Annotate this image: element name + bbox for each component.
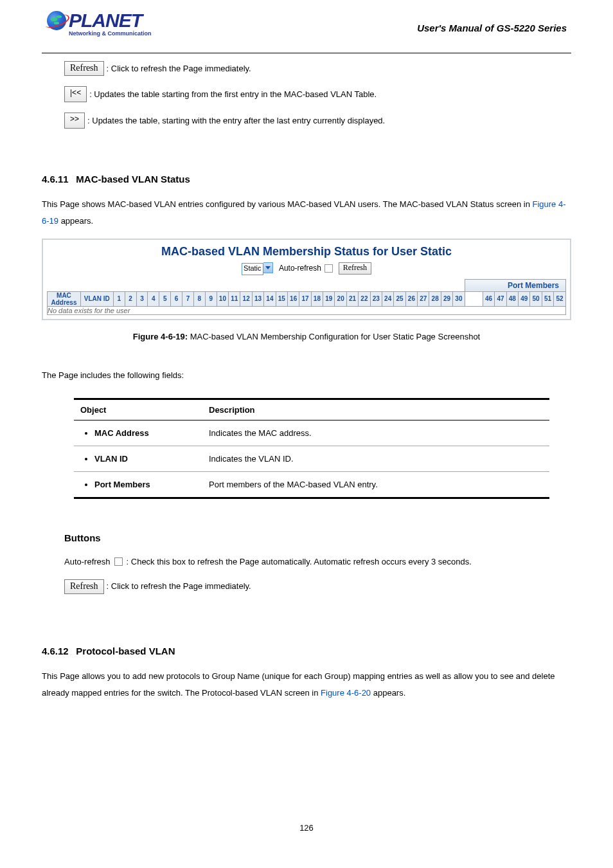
table-row: Port MembersPort members of the MAC-base…: [74, 471, 549, 498]
port-col-16: 16: [287, 291, 299, 306]
port-col-21: 21: [346, 291, 358, 306]
refresh-desc: : Click to refresh the Page immediately.: [107, 62, 251, 76]
brand-tagline: Networking & Communication: [69, 30, 175, 37]
brand-logo: PLANET Networking & Communication: [47, 10, 175, 37]
port-col-48: 48: [506, 291, 518, 306]
port-col-24: 24: [382, 291, 393, 306]
field-name: VLAN ID: [94, 454, 196, 464]
first-page-button-icon: |<<: [64, 86, 87, 102]
port-col-17: 17: [299, 291, 311, 306]
first-page-desc: : Updates the table starting from the fi…: [89, 87, 377, 102]
port-col-14: 14: [264, 291, 276, 306]
port-col-28: 28: [429, 291, 441, 306]
port-col-2: 2: [125, 291, 136, 306]
port-col-11: 11: [229, 291, 240, 306]
figure-caption-num: Figure 4-6-19:: [133, 332, 188, 341]
port-col-30: 30: [453, 291, 465, 306]
section2-intro-b: appears.: [371, 688, 405, 698]
port-col-10: 10: [217, 291, 228, 306]
port-col-50: 50: [530, 291, 542, 306]
port-col-49: 49: [519, 291, 530, 306]
auto-refresh-checkbox-icon: [114, 557, 123, 566]
brand-name: PLANET: [69, 10, 142, 32]
header-divider: [42, 53, 571, 53]
port-col-5: 5: [159, 291, 171, 306]
port-col-6: 6: [171, 291, 182, 306]
figure-caption-text: MAC-based VLAN Membership Configuration …: [188, 332, 480, 341]
section1-intro-a: This Page shows MAC-based VLAN entries c…: [42, 199, 533, 209]
port-col-12: 12: [240, 291, 252, 306]
port-col-9: 9: [205, 291, 217, 306]
port-gap: [465, 291, 483, 306]
port-col-23: 23: [370, 291, 382, 306]
fields-head-object: Object: [74, 399, 202, 420]
field-desc: Indicates the MAC address.: [202, 420, 549, 446]
fields-table: Object Description MAC AddressIndicates …: [74, 398, 549, 499]
screenshot-title: MAC-based VLAN Membership Status for Use…: [47, 245, 566, 258]
port-col-52: 52: [554, 291, 566, 306]
port-col-29: 29: [441, 291, 452, 306]
port-col-22: 22: [359, 291, 370, 306]
section2-intro-a: This Page allows you to add new protocol…: [42, 671, 555, 698]
chevron-down-icon[interactable]: [263, 262, 273, 273]
table-row: MAC AddressIndicates the MAC address.: [74, 420, 549, 446]
port-col-8: 8: [193, 291, 205, 306]
port-col-51: 51: [542, 291, 553, 306]
mac-address-header: MAC Address: [48, 291, 81, 306]
port-col-7: 7: [182, 291, 194, 306]
screenshot-panel: MAC-based VLAN Membership Status for Use…: [42, 239, 571, 320]
port-col-4: 4: [148, 291, 159, 306]
table-row: VLAN IDIndicates the VLAN ID.: [74, 446, 549, 471]
refresh-desc-2: : Click to refresh the Page immediately.: [107, 579, 251, 593]
next-page-button-icon: >>: [64, 113, 85, 129]
port-col-25: 25: [394, 291, 405, 306]
buttons-heading: Buttons: [64, 532, 571, 543]
page-number: 126: [0, 823, 613, 833]
auto-refresh-text-a: Auto-refresh: [64, 555, 111, 569]
port-col-46: 46: [483, 291, 494, 306]
section1-intro-b: appears.: [58, 216, 93, 226]
section2-number: 4.6.12: [42, 646, 69, 656]
figure-link-4-6-20[interactable]: Figure 4-6-20: [321, 688, 371, 698]
no-data-row: No data exists for the user: [48, 306, 566, 314]
port-col-15: 15: [276, 291, 287, 306]
auto-refresh-checkbox[interactable]: [324, 264, 333, 273]
port-col-19: 19: [323, 291, 335, 306]
port-col-27: 27: [418, 291, 429, 306]
port-col-3: 3: [136, 291, 148, 306]
port-col-1: 1: [113, 291, 125, 306]
field-name-cell: Port Members: [74, 471, 202, 498]
section2-title: Protocol-based VLAN: [76, 646, 175, 656]
port-col-47: 47: [495, 291, 506, 306]
section1-number: 4.6.11: [42, 174, 69, 185]
vlan-id-header: VLAN ID: [80, 291, 113, 306]
port-col-18: 18: [311, 291, 323, 306]
manual-title: User's Manual of GS-5220 Series: [417, 23, 567, 33]
field-name-cell: MAC Address: [74, 420, 202, 446]
field-name: MAC Address: [94, 428, 196, 438]
next-page-desc: : Updates the table, starting with the e…: [87, 114, 385, 128]
field-name: Port Members: [94, 480, 196, 489]
auto-refresh-text-b: : Check this box to refresh the Page aut…: [127, 555, 472, 569]
refresh-button-icon-2: Refresh: [64, 579, 104, 594]
field-desc: Indicates the VLAN ID.: [202, 446, 549, 471]
user-select[interactable]: Static: [242, 263, 263, 275]
port-col-20: 20: [335, 291, 346, 306]
refresh-button-icon: Refresh: [64, 61, 104, 76]
fields-intro: The Page includes the following fields:: [42, 367, 571, 384]
port-col-13: 13: [252, 291, 263, 306]
auto-refresh-label: Auto-refresh: [279, 264, 321, 273]
field-name-cell: VLAN ID: [74, 446, 202, 471]
port-members-table: Port Members MAC Address VLAN ID 1234567…: [47, 279, 566, 315]
field-desc: Port members of the MAC-based VLAN entry…: [202, 471, 549, 498]
refresh-button[interactable]: Refresh: [339, 262, 371, 275]
port-col-26: 26: [405, 291, 417, 306]
fields-head-description: Description: [202, 399, 549, 420]
section1-title: MAC-based VLAN Status: [76, 174, 190, 185]
